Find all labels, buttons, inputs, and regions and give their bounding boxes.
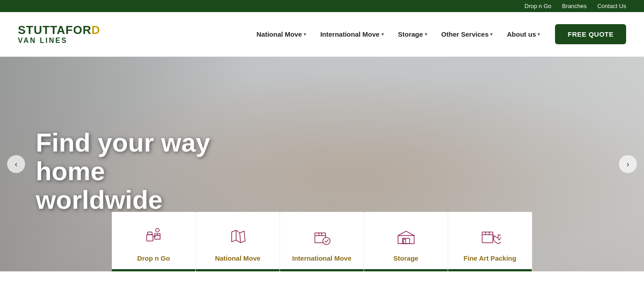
nav-national-move-label: National Move [257, 30, 302, 38]
svg-point-7 [323, 237, 330, 245]
chevron-right-icon: › [627, 160, 629, 169]
drop-n-go-icon [142, 224, 166, 249]
international-move-icon [310, 224, 334, 249]
logo-bottom: VAN LINES [18, 37, 100, 45]
nav-international-move-label: International Move [320, 30, 380, 38]
service-card-national-move-label: National Move [215, 254, 261, 263]
service-card-international-move-label: International Move [292, 254, 352, 263]
service-cards: Drop n Go National Move [112, 212, 532, 272]
logo-top: STUTTAFORD [18, 24, 100, 37]
chevron-down-icon: ▾ [381, 32, 384, 37]
svg-point-0 [156, 228, 159, 232]
fine-art-packing-icon [478, 224, 502, 249]
hero-text: Find your way home worldwide [36, 128, 286, 214]
storage-icon [394, 224, 418, 249]
main-nav: National Move ▾ International Move ▾ Sto… [250, 24, 627, 44]
nav-other-services-label: Other Services [441, 30, 489, 38]
nav-about-us-label: About us [507, 30, 536, 38]
topbar-contact-us[interactable]: Contact Us [597, 3, 626, 9]
topbar: Drop n Go Branches Contact Us [0, 0, 644, 12]
hero-headline: Find your way home worldwide [36, 128, 286, 214]
hero-section: Find your way home worldwide ‹ › [0, 57, 644, 271]
service-card-storage-label: Storage [394, 254, 419, 263]
nav-international-move[interactable]: International Move ▾ [314, 27, 390, 42]
chevron-down-icon: ▾ [304, 32, 306, 37]
service-card-international-move[interactable]: International Move [280, 212, 364, 272]
carousel-prev-button[interactable]: ‹ [7, 155, 25, 173]
national-move-icon [226, 224, 250, 249]
nav-national-move[interactable]: National Move ▾ [250, 27, 313, 42]
service-card-storage[interactable]: Storage [364, 212, 448, 272]
svg-rect-9 [403, 239, 406, 244]
chevron-down-icon: ▾ [425, 32, 427, 37]
service-card-drop-n-go[interactable]: Drop n Go [112, 212, 196, 272]
svg-rect-1 [147, 235, 153, 241]
logo-highlight: D [92, 23, 101, 37]
service-card-fine-art-packing-label: Fine Art Packing [464, 254, 517, 263]
nav-storage-label: Storage [398, 30, 423, 38]
topbar-drop-n-go[interactable]: Drop n Go [525, 3, 551, 9]
chevron-left-icon: ‹ [15, 160, 17, 169]
svg-rect-10 [482, 232, 493, 243]
header: STUTTAFORD VAN LINES National Move ▾ Int… [0, 12, 644, 57]
nav-other-services[interactable]: Other Services ▾ [435, 27, 499, 42]
service-card-fine-art-packing[interactable]: Fine Art Packing [448, 212, 532, 272]
nav-about-us[interactable]: About us ▾ [500, 27, 546, 42]
chevron-down-icon: ▾ [490, 32, 492, 37]
service-card-national-move[interactable]: National Move [196, 212, 280, 272]
free-quote-button[interactable]: FREE QUOTE [555, 24, 626, 44]
nav-storage[interactable]: Storage ▾ [392, 27, 433, 42]
logo[interactable]: STUTTAFORD VAN LINES [18, 24, 100, 44]
carousel-next-button[interactable]: › [619, 155, 637, 173]
service-card-drop-n-go-label: Drop n Go [137, 254, 170, 263]
chevron-down-icon: ▾ [538, 32, 540, 37]
topbar-branches[interactable]: Branches [562, 3, 587, 9]
svg-rect-2 [148, 232, 152, 235]
